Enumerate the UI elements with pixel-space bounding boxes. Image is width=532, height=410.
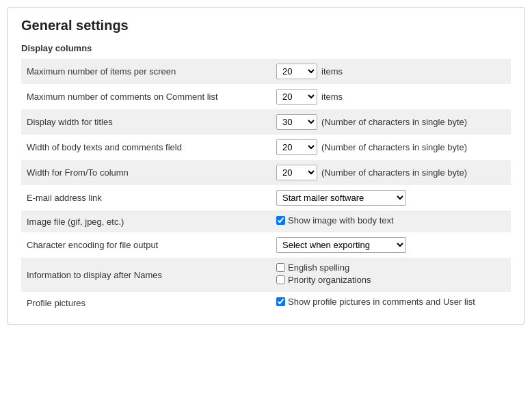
setting-label-width-body-texts: Width of body texts and comments field	[21, 135, 271, 160]
select-display-width-titles[interactable]: 1020304050	[276, 114, 317, 130]
checkbox-row-image-file: Show image with body text	[276, 215, 505, 226]
setting-label-max-comments: Maximum number of comments on Comment li…	[21, 84, 271, 109]
checkbox-info-after-names-0[interactable]	[276, 263, 285, 272]
page-container: General settings Display columns Maximum…	[0, 0, 532, 410]
setting-control-image-file: Show image with body text	[271, 210, 511, 232]
table-row: Display width for titles1020304050(Numbe…	[21, 109, 511, 135]
control-inline-max-comments: 10203050100items	[276, 89, 505, 105]
checkbox-row-info-after-names-1: Priority organizations	[276, 275, 505, 285]
checkbox-profile-pictures[interactable]	[276, 297, 285, 306]
table-row: Maximum number of items per screen102030…	[21, 59, 511, 84]
setting-label-display-width-titles: Display width for titles	[21, 109, 271, 135]
control-inline-max-items-per-screen: 10203050100items	[276, 64, 505, 79]
unit-text-width-from-to: (Number of characters in single byte)	[321, 167, 467, 178]
setting-control-email-address-link: Start mailer softwareCopy to clipboardNo…	[271, 185, 511, 210]
checkbox-image-file[interactable]	[276, 216, 285, 225]
checkbox-label-profile-pictures: Show profile pictures in comments and Us…	[288, 297, 475, 307]
table-row: E-mail address linkStart mailer software…	[21, 185, 511, 210]
setting-control-char-encoding: Select when exportingUTF-8Shift-JISEUC-J…	[271, 232, 511, 258]
table-row: Width of body texts and comments field10…	[21, 135, 511, 160]
page-title: General settings	[21, 18, 511, 33]
select-max-items-per-screen[interactable]: 10203050100	[276, 64, 317, 79]
setting-label-width-from-to: Width for From/To column	[21, 160, 271, 185]
table-row: Profile picturesShow profile pictures in…	[21, 292, 511, 314]
setting-label-char-encoding: Character encoding for file output	[21, 232, 271, 258]
select-width-body-texts[interactable]: 1020304050	[276, 139, 317, 155]
setting-control-max-items-per-screen: 10203050100items	[271, 59, 511, 84]
control-inline-width-from-to: 1020304050(Number of characters in singl…	[276, 165, 505, 180]
control-inline-width-body-texts: 1020304050(Number of characters in singl…	[276, 139, 505, 155]
settings-box: General settings Display columns Maximum…	[7, 7, 525, 325]
setting-control-info-after-names: English spellingPriority organizations	[271, 258, 511, 292]
setting-label-info-after-names: Information to display after Names	[21, 258, 271, 292]
checkbox-info-after-names-1[interactable]	[276, 275, 285, 284]
checkbox-row-info-after-names-0: English spelling	[276, 262, 505, 273]
setting-control-max-comments: 10203050100items	[271, 84, 511, 109]
table-row: Information to display after NamesEnglis…	[21, 258, 511, 292]
table-row: Maximum number of comments on Comment li…	[21, 84, 511, 109]
checkbox-row-profile-pictures: Show profile pictures in comments and Us…	[276, 297, 505, 307]
checkbox-label-image-file: Show image with body text	[288, 215, 394, 226]
unit-text-display-width-titles: (Number of characters in single byte)	[321, 117, 467, 127]
checkbox-label-info-after-names-1: Priority organizations	[288, 275, 371, 285]
unit-text-max-items-per-screen: items	[321, 66, 343, 77]
select-width-from-to[interactable]: 1020304050	[276, 165, 317, 180]
select-char-encoding[interactable]: Select when exportingUTF-8Shift-JISEUC-J…	[276, 237, 406, 253]
select-email-address-link[interactable]: Start mailer softwareCopy to clipboardNo…	[276, 190, 406, 206]
table-row: Character encoding for file outputSelect…	[21, 232, 511, 258]
select-max-comments[interactable]: 10203050100	[276, 89, 317, 105]
setting-label-email-address-link: E-mail address link	[21, 185, 271, 210]
unit-text-width-body-texts: (Number of characters in single byte)	[321, 142, 467, 152]
setting-label-image-file: Image file (gif, jpeg, etc.)	[21, 210, 271, 232]
setting-control-display-width-titles: 1020304050(Number of characters in singl…	[271, 109, 511, 135]
checkbox-label-info-after-names-0: English spelling	[288, 262, 349, 273]
setting-control-width-body-texts: 1020304050(Number of characters in singl…	[271, 135, 511, 160]
settings-table: Maximum number of items per screen102030…	[21, 59, 511, 314]
section-title: Display columns	[21, 43, 511, 53]
table-row: Image file (gif, jpeg, etc.)Show image w…	[21, 210, 511, 232]
setting-control-profile-pictures: Show profile pictures in comments and Us…	[271, 292, 511, 314]
setting-control-width-from-to: 1020304050(Number of characters in singl…	[271, 160, 511, 185]
unit-text-max-comments: items	[321, 92, 343, 102]
checkbox-multi-info-after-names: English spellingPriority organizations	[276, 262, 505, 285]
table-row: Width for From/To column1020304050(Numbe…	[21, 160, 511, 185]
setting-label-max-items-per-screen: Maximum number of items per screen	[21, 59, 271, 84]
setting-label-profile-pictures: Profile pictures	[21, 292, 271, 314]
control-inline-display-width-titles: 1020304050(Number of characters in singl…	[276, 114, 505, 130]
